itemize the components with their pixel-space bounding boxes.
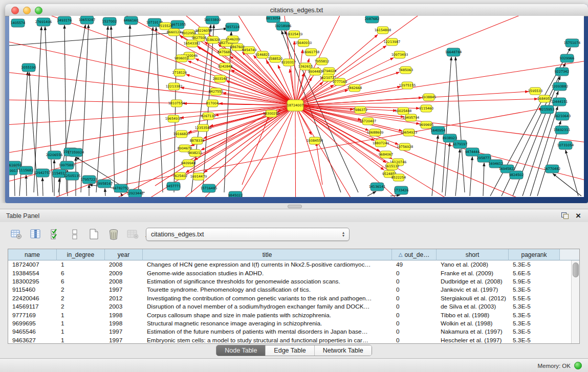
tab-node-table[interactable]: Node Table — [216, 345, 265, 356]
graph-node[interactable]: 9227342 — [555, 68, 569, 76]
graph-node[interactable]: 2718126 — [172, 69, 187, 76]
table-row[interactable]: 2242004622012Investigating the contribut… — [8, 294, 579, 302]
graph-node[interactable]: 12975155 — [399, 82, 416, 89]
table-row[interactable]: 946362711997Embryonic stem cells: a mode… — [8, 336, 579, 344]
graph-node[interactable]: 6179197 — [453, 140, 467, 148]
graph-node[interactable]: 1546209 — [226, 36, 240, 43]
column-header-short[interactable]: short — [437, 249, 509, 260]
graph-node[interactable]: 8409948 — [181, 160, 195, 167]
divider-grip[interactable] — [288, 205, 302, 208]
table-row[interactable]: 1938455462009Genome-wide association stu… — [8, 269, 579, 277]
row-boxes-icon[interactable] — [68, 228, 81, 242]
graph-node[interactable]: 12444151 — [551, 98, 568, 106]
graph-node[interactable]: 19495794 — [403, 114, 420, 121]
graph-node[interactable]: 7625402 — [173, 172, 187, 180]
graph-node[interactable]: 12213987 — [384, 38, 401, 46]
graph-node[interactable]: 16033809 — [204, 16, 221, 24]
network-window-titlebar[interactable]: citations_edges.txt — [5, 4, 588, 16]
graph-node[interactable]: 8220317 — [281, 59, 296, 66]
graph-node[interactable]: 8186328 — [206, 36, 220, 43]
graph-node[interactable]: 2087682 — [365, 16, 379, 23]
graph-node[interactable]: 19166827 — [173, 130, 190, 138]
table-row[interactable]: 1456911722003Disruption of a novel membe… — [8, 302, 579, 311]
graph-node[interactable]: 15751074 — [564, 39, 581, 47]
graph-node[interactable]: 2803144 — [213, 75, 227, 82]
table-row[interactable]: 969969511998Structural magnetic resonanc… — [8, 319, 579, 327]
graph-node[interactable]: 9498212 — [188, 149, 202, 157]
graph-node[interactable]: 19958167 — [96, 180, 113, 188]
close-panel-icon[interactable]: × — [576, 212, 581, 219]
graph-node[interactable]: 9845022 — [228, 191, 243, 197]
graph-node[interactable]: 9777169 — [333, 78, 347, 85]
graph-node[interactable]: 9896012 — [175, 55, 189, 62]
graph-node[interactable]: 8878334 — [190, 137, 204, 144]
graph-node[interactable]: 8454749 — [242, 47, 256, 54]
graph-node[interactable]: 7955812 — [315, 58, 329, 65]
column-header-name[interactable]: name — [8, 249, 57, 260]
graph-node[interactable]: 19384554 — [307, 137, 323, 144]
graph-node[interactable]: 9699695 — [419, 121, 433, 128]
graph-node[interactable]: 17957223 — [81, 176, 98, 184]
graph-node[interactable]: 8813054 — [266, 16, 280, 23]
graph-node[interactable]: 16648784 — [445, 48, 462, 56]
column-header-out_de[interactable]: △out_de… — [392, 249, 437, 260]
graph-node[interactable]: 8522254 — [391, 174, 406, 181]
graph-node[interactable]: 1684957 — [537, 95, 552, 102]
graph-node[interactable]: 9684067 — [379, 151, 393, 158]
select-rows-icon[interactable] — [48, 228, 62, 242]
table-row[interactable]: 1830029562008Estimation of significance … — [8, 277, 579, 286]
graph-node[interactable]: 27691406 — [35, 18, 52, 26]
graph-node[interactable]: 1615132 — [385, 163, 399, 170]
graph-node[interactable]: 14136141 — [369, 183, 386, 191]
table-settings-icon[interactable] — [9, 228, 23, 242]
graph-node[interactable]: 8427552 — [209, 88, 223, 95]
delete-table-icon[interactable] — [126, 228, 140, 242]
column-header-title[interactable]: title — [143, 249, 392, 260]
vertical-scrollbar[interactable] — [571, 260, 579, 343]
graph-node[interactable]: 12942757 — [34, 169, 51, 177]
graph-node[interactable]: 7485063 — [399, 67, 413, 74]
graph-node[interactable]: 12923448 — [127, 189, 144, 197]
graph-node[interactable]: 19756928 — [397, 143, 413, 150]
column-header-in_degree[interactable]: in_degree — [57, 249, 105, 260]
graph-node[interactable]: 9794024 — [322, 68, 336, 75]
graph-node[interactable]: 17359924 — [68, 148, 84, 157]
tab-network-table[interactable]: Network Table — [314, 345, 372, 356]
graph-node[interactable]: 8475685 — [217, 49, 232, 56]
graph-node[interactable]: 18226058 — [195, 27, 212, 34]
graph-node[interactable]: 9474444 — [465, 148, 480, 156]
graph-node[interactable]: 9115460 — [419, 105, 433, 112]
graph-node[interactable]: 10688609 — [367, 129, 384, 136]
graph-node[interactable]: 19218986 — [275, 22, 292, 30]
zoom-window-button[interactable] — [35, 7, 42, 14]
graph-node[interactable]: 7462664 — [347, 84, 362, 92]
table-row[interactable]: 1872400712008Changes of HCN gene express… — [8, 260, 579, 269]
table-row[interactable]: 911546021997Tourette syndrome. Phenomeno… — [8, 286, 579, 294]
scrollbar-thumb[interactable] — [573, 262, 579, 277]
graph-node[interactable]: 12505135 — [64, 172, 81, 180]
graph-node[interactable]: 9904483 — [308, 68, 322, 75]
graph-node[interactable]: 1405574 — [11, 19, 25, 27]
column-visibility-icon[interactable] — [29, 228, 42, 242]
graph-node[interactable]: 3919913 — [9, 167, 18, 175]
graph-node[interactable]: 16961758 — [303, 49, 320, 56]
graph-node[interactable]: 6466160 — [124, 16, 138, 25]
graph-node[interactable]: 2493176 — [57, 16, 72, 25]
graph-node[interactable]: 16770482 — [544, 165, 561, 173]
graph-node[interactable]: 8267130 — [201, 113, 215, 120]
graph-node[interactable]: 20206556 — [46, 151, 63, 159]
graph-node[interactable]: 18325419 — [286, 31, 303, 38]
graph-node[interactable]: 1938845 — [422, 94, 436, 101]
table-selector-dropdown[interactable]: citations_edges.txt ▴▾ — [146, 228, 350, 241]
graph-node[interactable]: 15716485 — [201, 184, 217, 192]
float-panel-icon[interactable] — [561, 212, 569, 219]
column-header-pagerank[interactable]: pagerank — [509, 249, 560, 260]
graph-node[interactable]: 8660123 — [167, 29, 181, 36]
graph-node[interactable]: 10731054 — [557, 141, 574, 149]
table-row[interactable]: 946554611997Estimation of the future num… — [8, 327, 579, 336]
graph-node[interactable]: 7857224 — [225, 23, 239, 31]
graph-node[interactable]: 1115682 — [19, 166, 33, 174]
graph-node[interactable]: 12093882 — [552, 82, 569, 91]
graph-node[interactable]: 10973493 — [391, 51, 408, 58]
graph-node[interactable]: 12213383 — [166, 83, 183, 90]
